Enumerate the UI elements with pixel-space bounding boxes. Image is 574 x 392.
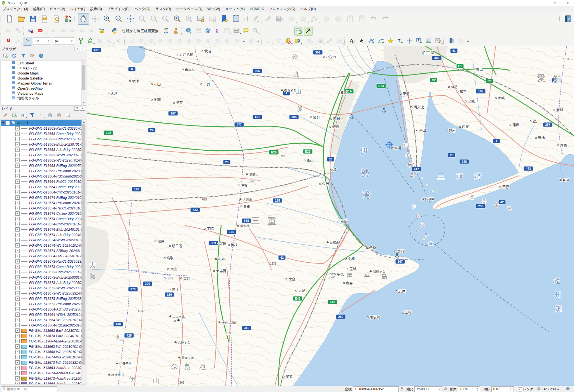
layer-checkbox[interactable]: ✓ xyxy=(15,132,20,136)
show-hide-labels-button[interactable]: abc xyxy=(59,27,68,36)
toolbar-overflow-icon[interactable]: » xyxy=(256,39,260,43)
menu-item[interactable]: ラスタ(R) xyxy=(153,6,174,12)
toolbar-overflow-icon[interactable]: » xyxy=(241,39,246,43)
layer-checkbox[interactable]: ✓ xyxy=(15,249,20,253)
new-print-layout-button[interactable] xyxy=(39,13,50,25)
enable-properties-widget-button[interactable] xyxy=(37,52,45,60)
layer-row[interactable]: ✓FG-GML-513674-WA-20240101-000 xyxy=(1,354,86,360)
map-canvas[interactable]: 4713063658307142130647724251634221653681… xyxy=(87,46,574,386)
layer-row[interactable]: ✓FG-GML-513673-RdCompt-2025033 xyxy=(1,301,86,307)
snap-to-vertex-button[interactable] xyxy=(23,37,32,46)
layer-row[interactable]: ✓FG-GML-513674-BldL-20240101-000 xyxy=(1,227,86,232)
layer-row[interactable]: ✓FG-GML-513674-RailCL-20240101-0 xyxy=(1,206,86,211)
enable-tracing-button[interactable]: ▾ xyxy=(86,37,95,46)
layer-checkbox[interactable]: ✓ xyxy=(15,185,20,189)
minimize-button[interactable]: — xyxy=(536,0,549,6)
layer-checkbox[interactable]: ✓ xyxy=(15,270,20,274)
toggle-editing-button[interactable] xyxy=(262,13,274,25)
add-text-box-button[interactable]: T xyxy=(414,37,423,46)
layer-checkbox[interactable]: ✓ xyxy=(15,265,20,269)
circular-string-button[interactable]: ▾ xyxy=(137,37,146,46)
filter-legend-button[interactable] xyxy=(28,111,36,119)
layer-row[interactable]: ✓FG-GML-513664-Cntr-20250101-000 xyxy=(1,190,86,195)
layers-scrollbar[interactable]: ▲ xyxy=(81,120,86,384)
browser-item[interactable]: Google Maps xyxy=(1,71,86,76)
layer-checkbox[interactable]: ✓ xyxy=(15,190,20,194)
cut-features-button[interactable] xyxy=(333,13,344,25)
layer-checkbox[interactable]: ✓ xyxy=(15,291,20,295)
scale-lock-icon[interactable] xyxy=(444,387,448,392)
pin-unpin-labels-button[interactable]: ab xyxy=(27,27,36,36)
layer-row[interactable]: ✓FG-GML-513664-WStrL-20250101-0 xyxy=(1,312,86,317)
search-input[interactable]: 検索(Ctrl + K) xyxy=(1,386,57,392)
layer-checkbox[interactable]: ✓ xyxy=(15,323,20,327)
coordinate-converter-button[interactable] xyxy=(162,27,171,36)
deselect-features-button[interactable]: ▾ xyxy=(283,37,292,46)
layer-checkbox[interactable]: ✓ xyxy=(15,312,20,317)
merge-features-button[interactable] xyxy=(232,37,241,46)
layer-row[interactable]: ✓FG-GML-513674-SBBdry-20240101-0 xyxy=(1,248,86,253)
copy-features-button[interactable] xyxy=(344,13,356,25)
menu-item[interactable]: ビュー(V) xyxy=(47,6,68,12)
layer-checkbox[interactable]: ✓ xyxy=(15,222,20,226)
layer-checkbox[interactable]: ✓ xyxy=(15,302,20,306)
save-project-button[interactable] xyxy=(27,13,39,25)
offset-curve-button[interactable] xyxy=(204,37,213,46)
layer-checkbox[interactable]: ✓ xyxy=(15,318,20,322)
zoom-out-button[interactable] xyxy=(113,13,124,25)
move-label-button[interactable]: abc xyxy=(68,27,77,36)
menu-item[interactable]: データベース(D) xyxy=(174,6,205,12)
rotate-feature-button[interactable] xyxy=(156,37,165,46)
layer-checkbox[interactable]: ✓ xyxy=(15,158,20,162)
layer-checkbox[interactable]: ✓ xyxy=(15,366,20,370)
extent-toggle-icon[interactable] xyxy=(400,387,404,392)
open-layer-styling-button[interactable] xyxy=(1,111,9,119)
add-selected-layers-button[interactable] xyxy=(1,52,9,60)
add-feature-button[interactable]: ▾ xyxy=(286,13,297,25)
layer-row[interactable]: ✓FG-GML-513664-RdEdg-20250101-0 xyxy=(1,323,86,328)
easy-label-button[interactable]: Easyabc xyxy=(97,27,106,36)
add-group-button[interactable] xyxy=(10,111,18,119)
refresh-browser-button[interactable] xyxy=(10,52,18,60)
group-checkbox[interactable] xyxy=(5,121,10,125)
layer-row[interactable]: ✓FG-GML-513664-RdCompt-2025010 xyxy=(1,174,86,179)
topological-editing-button[interactable] xyxy=(76,37,85,46)
move-feature-copy-button[interactable]: ▾ xyxy=(146,37,155,46)
browser-float-icon[interactable]: ❐ xyxy=(74,47,79,51)
select-features-button[interactable]: ▾ xyxy=(264,37,273,46)
show-statistics-button[interactable]: Σ xyxy=(213,27,222,36)
select-by-expression-button[interactable]: ▾ xyxy=(251,27,260,36)
save-layer-edits-button[interactable] xyxy=(274,13,285,25)
layer-row[interactable]: ✓FG-GML-513664-CommBdry-202501 xyxy=(1,184,86,190)
layer-checkbox[interactable]: ✓ xyxy=(15,376,20,381)
diagram-options-button[interactable] xyxy=(13,27,22,36)
layer-checkbox[interactable]: ✓ xyxy=(15,227,20,232)
filter-browser-button[interactable] xyxy=(19,52,27,60)
add-line-annotation-button[interactable] xyxy=(367,37,376,46)
browser-scrollbar[interactable]: ▲ ▼ xyxy=(81,60,86,105)
layer-row[interactable]: ✓FG-GML-513664-AdmArea-2025010 xyxy=(1,381,86,384)
group-expand-icon[interactable]: ▼ xyxy=(1,122,5,124)
layer-checkbox[interactable]: ✓ xyxy=(15,275,20,279)
add-ring-button[interactable] xyxy=(175,37,184,46)
move-annotation-node-button[interactable] xyxy=(405,37,414,46)
advanced-digitizing-panel-button[interactable] xyxy=(127,37,136,46)
layer-row[interactable]: ✓FG-GML-513673-BldL-20250331-000 xyxy=(1,275,86,280)
layer-checkbox[interactable]: ✓ xyxy=(15,206,20,210)
menu-item[interactable]: プロジェクト(J) xyxy=(0,6,31,12)
select-annotation-button[interactable] xyxy=(357,37,366,46)
zoom-next-button[interactable] xyxy=(183,13,195,25)
select-by-form-button[interactable]: ▾ xyxy=(274,37,283,46)
move-feature-button[interactable]: ▾ xyxy=(298,13,309,25)
layer-row[interactable]: ✓FG-GML-513663-WL-20230701-0001 xyxy=(1,158,86,163)
layer-row[interactable]: ✓FG-GML-513663-RdEdg-20230701-0 xyxy=(1,163,86,168)
layer-checkbox[interactable]: ✓ xyxy=(15,243,20,248)
layers-float-icon[interactable]: ❐ xyxy=(74,106,79,111)
menu-item[interactable]: プラグイン(P) xyxy=(104,6,132,12)
snap-unit-combo[interactable]: px▼ xyxy=(53,38,75,45)
redo-button[interactable] xyxy=(380,13,391,25)
collapse-all-button[interactable] xyxy=(28,52,36,60)
layer-checkbox[interactable]: ✓ xyxy=(15,350,20,354)
simplify-feature-button[interactable] xyxy=(165,37,174,46)
layer-row[interactable]: ✓FG-GML-513663-WStrL-20230701-0 xyxy=(1,152,86,158)
